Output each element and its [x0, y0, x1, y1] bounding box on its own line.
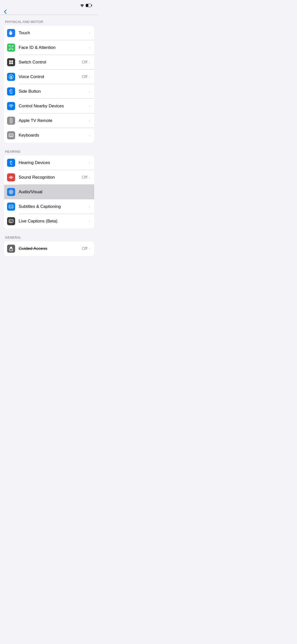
svg-point-0: [82, 7, 82, 7]
svg-rect-11: [11, 60, 13, 62]
settings-group-physical-motor: Touch›Face ID & Attention›Switch Control…: [4, 26, 94, 143]
settings-row-subtitles[interactable]: Subtitles & Captioning›: [4, 199, 94, 214]
svg-rect-48: [9, 219, 13, 222]
settings-row-keyboards[interactable]: Keyboards›: [4, 128, 94, 143]
row-right-control-nearby: ›: [89, 104, 90, 108]
svg-rect-13: [11, 62, 13, 64]
status-icons: [79, 4, 92, 8]
svg-rect-43: [9, 205, 13, 208]
settings-row-switch-control[interactable]: Switch ControlOff›: [4, 55, 94, 70]
svg-rect-27: [9, 135, 10, 136]
row-label-subtitles: Subtitles & Captioning: [19, 204, 61, 209]
row-right-live-captions: ›: [89, 219, 90, 223]
svg-point-38: [11, 191, 11, 192]
section-header-hearing: HEARING: [0, 145, 98, 155]
row-content-apple-tv: Apple TV Remote›: [19, 118, 90, 123]
chevron-live-captions: ›: [89, 219, 90, 223]
row-content-side-button: Side Button›: [19, 89, 90, 94]
row-label-voice-control: Voice Control: [19, 74, 44, 79]
svg-rect-45: [11, 206, 13, 206]
row-right-switch-control: Off›: [82, 60, 90, 65]
row-right-audio-visual: ›: [89, 190, 90, 194]
icon-control-nearby: [7, 102, 15, 110]
svg-point-9: [11, 47, 12, 48]
chevron-control-nearby: ›: [89, 104, 90, 108]
settings-row-side-button[interactable]: Side Button›: [4, 84, 94, 99]
nav-bar: [0, 10, 98, 15]
icon-apple-tv: [7, 117, 15, 125]
row-right-face-id: ›: [89, 45, 90, 50]
svg-point-8: [10, 47, 11, 48]
row-content-sound-recognition: Sound RecognitionOff›: [19, 175, 90, 180]
row-value-voice-control: Off: [82, 74, 87, 79]
svg-rect-36: [13, 177, 13, 178]
row-content-subtitles: Subtitles & Captioning›: [19, 204, 90, 209]
svg-rect-46: [9, 207, 10, 207]
wifi-icon: [80, 4, 84, 8]
row-right-hearing-devices: ›: [89, 160, 90, 165]
row-value-sound-recognition: Off: [82, 175, 87, 180]
svg-rect-12: [9, 62, 11, 64]
svg-rect-32: [9, 177, 10, 178]
svg-point-53: [11, 249, 12, 250]
row-label-side-button: Side Button: [19, 89, 41, 94]
settings-row-face-id[interactable]: Face ID & Attention›: [4, 40, 94, 55]
svg-rect-7: [12, 49, 13, 50]
row-content-face-id: Face ID & Attention›: [19, 45, 90, 50]
row-right-subtitles: ›: [89, 204, 90, 209]
row-label-touch: Touch: [19, 30, 30, 36]
row-content-keyboards: Keyboards›: [19, 133, 90, 138]
svg-rect-16: [10, 89, 12, 93]
row-right-touch: ›: [89, 31, 90, 35]
svg-rect-30: [10, 136, 12, 136]
row-label-live-captions: Live Captions (Beta): [19, 219, 57, 224]
back-button[interactable]: [4, 10, 8, 14]
chevron-voice-control: ›: [89, 75, 90, 79]
svg-rect-23: [9, 134, 10, 135]
row-label-switch-control: Switch Control: [19, 60, 46, 65]
section-header-general: GENERAL: [0, 231, 98, 241]
svg-rect-4: [9, 45, 10, 46]
settings-row-touch[interactable]: Touch›: [4, 26, 94, 40]
chevron-audio-visual: ›: [89, 190, 90, 194]
svg-point-17: [11, 107, 12, 108]
icon-subtitles: [7, 203, 15, 211]
row-label-apple-tv: Apple TV Remote: [19, 118, 52, 123]
row-right-guided-access: Off›: [82, 246, 90, 251]
svg-rect-35: [12, 176, 12, 178]
settings-row-voice-control[interactable]: Voice ControlOff›: [4, 70, 94, 84]
svg-rect-47: [11, 207, 13, 207]
row-label-control-nearby: Control Nearby Devices: [19, 104, 64, 109]
settings-row-live-captions[interactable]: Live Captions (Beta)›: [4, 214, 94, 229]
settings-row-sound-recognition[interactable]: Sound RecognitionOff›: [4, 170, 94, 185]
icon-side-button: [7, 87, 15, 95]
settings-group-hearing: Hearing Devices›Sound RecognitionOff›Aud…: [4, 155, 94, 229]
row-label-audio-visual: Audio/Visual: [19, 189, 42, 195]
settings-row-audio-visual[interactable]: Audio/Visual›: [4, 185, 94, 199]
settings-row-hearing-devices[interactable]: Hearing Devices›: [4, 155, 94, 170]
row-right-apple-tv: ›: [89, 118, 90, 123]
svg-point-31: [11, 162, 11, 162]
row-content-touch: Touch›: [19, 30, 90, 36]
row-label-sound-recognition: Sound Recognition: [19, 175, 55, 180]
settings-row-guided-access[interactable]: Guided AccessOff›: [4, 241, 94, 256]
row-content-live-captions: Live Captions (Beta)›: [19, 219, 90, 224]
chevron-subtitles: ›: [89, 204, 90, 209]
settings-row-control-nearby[interactable]: Control Nearby Devices›: [4, 99, 94, 113]
icon-touch: [7, 29, 15, 37]
icon-live-captions: [7, 217, 15, 225]
svg-rect-24: [10, 134, 11, 135]
svg-rect-28: [10, 135, 11, 136]
row-right-side-button: ›: [89, 89, 90, 93]
svg-rect-6: [9, 49, 10, 50]
status-bar: [0, 0, 98, 10]
settings-row-apple-tv[interactable]: Apple TV Remote›: [4, 113, 94, 128]
row-label-keyboards: Keyboards: [19, 133, 39, 138]
row-right-keyboards: ›: [89, 133, 90, 137]
battery-icon: [86, 4, 92, 8]
icon-audio-visual: [7, 188, 15, 196]
svg-rect-34: [11, 176, 11, 179]
svg-rect-3: [86, 4, 88, 7]
icon-voice-control: [7, 73, 15, 81]
svg-rect-10: [9, 60, 11, 62]
